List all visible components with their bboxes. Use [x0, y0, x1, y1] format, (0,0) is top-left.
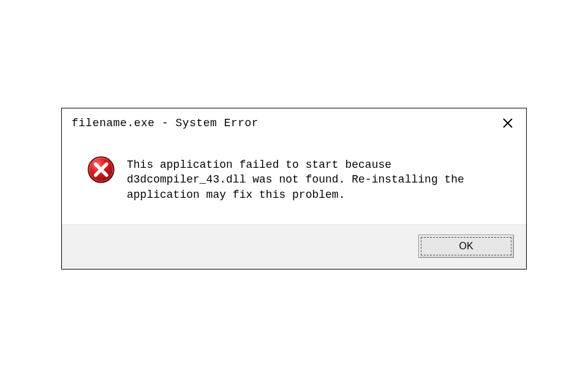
- error-dialog: filename.exe - System Error: [61, 108, 527, 270]
- dialog-content: This application failed to start because…: [62, 135, 526, 224]
- ok-button[interactable]: OK: [418, 235, 514, 258]
- dialog-title: filename.exe - System Error: [72, 117, 258, 129]
- close-button[interactable]: [499, 115, 516, 132]
- error-icon: [86, 155, 116, 184]
- error-message: This application failed to start because…: [127, 155, 511, 202]
- button-bar: OK: [62, 224, 526, 269]
- titlebar: filename.exe - System Error: [62, 108, 526, 135]
- close-icon: [502, 117, 514, 129]
- ok-button-label: OK: [459, 241, 473, 252]
